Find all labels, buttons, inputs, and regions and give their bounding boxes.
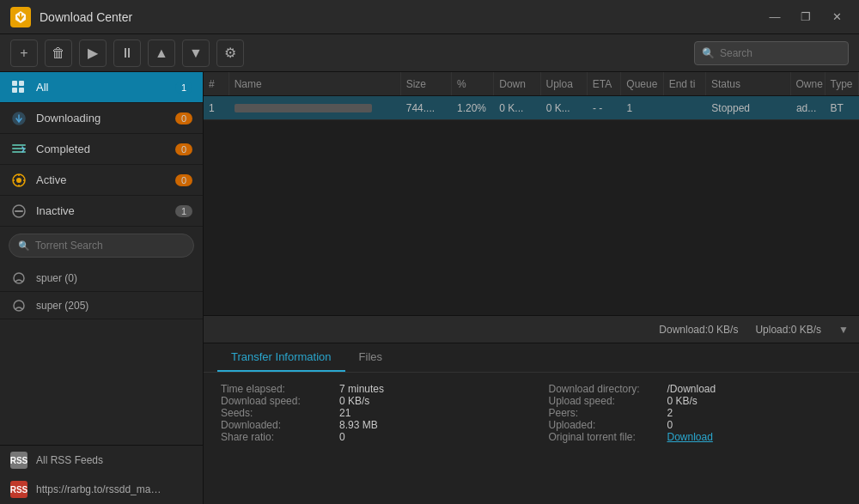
sidebar-item-all[interactable]: All 1: [0, 72, 203, 103]
info-row-peers: Peers: 2: [549, 407, 843, 419]
col-header-name[interactable]: Name: [229, 72, 401, 95]
completed-icon: [10, 141, 27, 158]
cell-name: [229, 96, 401, 119]
table-row[interactable]: 1 744.... 1.20% 0 K... 0 K... - - 1 Stop…: [204, 96, 859, 120]
cell-queue: 1: [622, 96, 664, 119]
settings-button[interactable]: ⚙: [216, 39, 244, 67]
minimize-button[interactable]: —: [763, 8, 787, 27]
info-row-downloaded: Downloaded: 8.93 MB: [221, 419, 515, 431]
sidebar-item-account-spuer[interactable]: spuer (0): [0, 264, 203, 292]
cell-pct: 1.20%: [452, 96, 494, 119]
maximize-button[interactable]: ❐: [794, 8, 818, 27]
pause-button[interactable]: ⏸: [113, 39, 141, 67]
start-button[interactable]: ▶: [79, 39, 107, 67]
value-peers: 2: [667, 407, 673, 419]
sidebar-item-downloading-badge: 0: [175, 112, 192, 124]
info-row-dldir: Download directory: /Download: [549, 383, 843, 395]
col-header-status[interactable]: Status: [706, 72, 790, 95]
svg-rect-8: [12, 151, 26, 153]
account-spuer-icon: [10, 270, 27, 287]
label-downloaded: Downloaded:: [221, 419, 332, 431]
col-header-type[interactable]: Type: [825, 72, 860, 95]
expand-button[interactable]: ▼: [838, 324, 849, 336]
download-speed: Download:0 KB/s: [659, 324, 738, 336]
priority-down-button[interactable]: ▼: [182, 39, 210, 67]
sidebar-item-all-badge: 1: [175, 82, 192, 94]
cell-size: 744....: [401, 96, 452, 119]
label-ulspeed: Upload speed:: [549, 395, 661, 407]
col-header-eta[interactable]: ETA: [588, 72, 622, 95]
torrent-search-input[interactable]: [35, 240, 185, 252]
rss-url-item[interactable]: RSS https://rarbg.to/rssdd_magnet.p: [0, 475, 203, 504]
sidebar-item-all-label: All: [36, 81, 167, 94]
label-uploaded: Uploaded:: [549, 419, 661, 431]
rss-all-label: All RSS Feeds: [36, 454, 103, 466]
info-row-share-ratio: Share ratio: 0: [221, 431, 515, 443]
col-header-endtime[interactable]: End ti: [664, 72, 706, 95]
account-spuer-label: spuer (0): [36, 272, 192, 284]
info-row-seeds: Seeds: 21: [221, 407, 515, 419]
info-row-elapsed: Time elapsed: 7 minutes: [221, 383, 515, 395]
rss-all-feeds[interactable]: RSS All RSS Feeds: [0, 446, 203, 475]
col-header-up[interactable]: Uploa: [541, 72, 588, 95]
tab-transfer-info[interactable]: Transfer Information: [217, 343, 345, 372]
svg-rect-2: [19, 81, 24, 86]
cell-type: BT: [825, 96, 859, 119]
sidebar-item-inactive-label: Inactive: [36, 204, 167, 217]
priority-up-button[interactable]: ▲: [148, 39, 175, 67]
info-left: Time elapsed: 7 minutes Download speed: …: [221, 383, 515, 494]
rss-section: RSS All RSS Feeds RSS https://rarbg.to/r…: [0, 445, 203, 504]
sidebar-item-inactive-badge: 1: [175, 205, 192, 217]
value-downloaded: 8.93 MB: [339, 419, 378, 431]
table-header: # Name Size % Down Uploa ETA Queue End t…: [204, 72, 859, 96]
window-controls: — ❐ ✕: [763, 8, 849, 27]
rss-url-icon: RSS: [10, 481, 27, 498]
account-super-icon: [10, 297, 27, 314]
value-seeds: 21: [339, 407, 350, 419]
close-button[interactable]: ✕: [825, 8, 849, 27]
app-logo-icon: [14, 10, 27, 24]
add-button[interactable]: +: [10, 39, 38, 67]
torrent-search-box[interactable]: 🔍: [9, 234, 194, 258]
svg-rect-1: [12, 81, 17, 86]
col-header-pct[interactable]: %: [452, 72, 494, 95]
svg-rect-3: [12, 88, 17, 93]
sidebar-item-downloading[interactable]: Downloading 0: [0, 103, 203, 134]
app-logo: [10, 7, 31, 27]
search-box[interactable]: 🔍: [694, 41, 849, 65]
value-dldir: /Download: [667, 383, 716, 395]
col-header-down[interactable]: Down: [494, 72, 540, 95]
name-blurred: [235, 104, 372, 112]
sidebar-item-inactive[interactable]: Inactive 1: [0, 196, 203, 227]
col-header-queue[interactable]: Queue: [621, 72, 663, 95]
search-icon: 🔍: [702, 47, 715, 59]
value-torrent-file-link[interactable]: Download: [667, 431, 713, 443]
sidebar: All 1 Downloading 0: [0, 72, 204, 504]
svg-point-11: [16, 178, 21, 183]
info-row-uploaded: Uploaded: 0: [549, 419, 843, 431]
label-dldir: Download directory:: [549, 383, 661, 395]
title-bar: Download Center — ❐ ✕: [0, 0, 859, 34]
label-peers: Peers:: [549, 407, 661, 419]
bottom-panel: Download:0 KB/s Upload:0 KB/s ▼ Transfer…: [204, 315, 859, 504]
cell-down: 0 K...: [494, 96, 540, 119]
tab-files[interactable]: Files: [345, 343, 396, 372]
sidebar-item-completed[interactable]: Completed 0: [0, 134, 203, 165]
col-header-size[interactable]: Size: [401, 72, 452, 95]
sidebar-item-active[interactable]: Active 0: [0, 165, 203, 196]
label-elapsed: Time elapsed:: [221, 383, 332, 395]
account-super-label: super (205): [36, 300, 192, 312]
svg-rect-9: [12, 144, 26, 146]
delete-button[interactable]: 🗑: [45, 39, 72, 67]
upload-speed: Upload:0 KB/s: [755, 324, 821, 336]
sidebar-item-downloading-label: Downloading: [36, 112, 167, 124]
value-share-ratio: 0: [339, 431, 345, 443]
sidebar-item-account-super[interactable]: super (205): [0, 292, 203, 319]
info-row-ulspeed: Upload speed: 0 KB/s: [549, 395, 843, 407]
value-elapsed: 7 minutes: [339, 383, 384, 395]
info-row-dlspeed: Download speed: 0 KB/s: [221, 395, 515, 407]
col-header-num[interactable]: #: [204, 72, 229, 95]
col-header-owner[interactable]: Owne: [791, 72, 825, 95]
sidebar-item-completed-badge: 0: [175, 143, 192, 155]
search-input[interactable]: [720, 47, 841, 59]
